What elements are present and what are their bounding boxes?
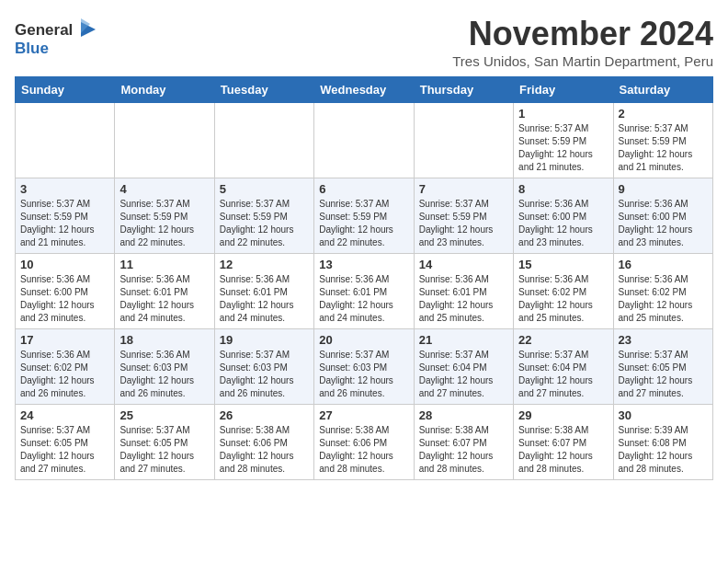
calendar-cell — [115, 103, 214, 178]
calendar-cell: 12Sunrise: 5:36 AM Sunset: 6:01 PM Dayli… — [214, 254, 313, 329]
calendar-cell — [214, 103, 313, 178]
day-info: Sunrise: 5:36 AM Sunset: 6:02 PM Dayligh… — [20, 349, 109, 400]
calendar-cell — [314, 103, 414, 178]
day-number: 28 — [419, 408, 508, 422]
weekday-friday: Friday — [514, 77, 613, 103]
day-number: 20 — [319, 333, 408, 347]
day-number: 1 — [518, 107, 608, 121]
calendar-cell: 14Sunrise: 5:36 AM Sunset: 6:01 PM Dayli… — [414, 254, 513, 329]
day-info: Sunrise: 5:37 AM Sunset: 6:05 PM Dayligh… — [119, 424, 209, 476]
day-number: 30 — [619, 408, 708, 422]
day-info: Sunrise: 5:38 AM Sunset: 6:07 PM Dayligh… — [419, 424, 508, 476]
calendar-cell: 17Sunrise: 5:36 AM Sunset: 6:02 PM Dayli… — [16, 329, 115, 405]
calendar-cell: 1Sunrise: 5:37 AM Sunset: 5:59 PM Daylig… — [514, 103, 613, 178]
day-info: Sunrise: 5:37 AM Sunset: 6:03 PM Dayligh… — [220, 349, 309, 400]
day-number: 14 — [419, 258, 508, 271]
calendar-cell: 28Sunrise: 5:38 AM Sunset: 6:07 PM Dayli… — [414, 405, 513, 480]
logo: General Blue — [15, 15, 97, 59]
location-title: Tres Unidos, San Martin Department, Peru — [452, 53, 713, 69]
day-number: 6 — [319, 182, 408, 196]
day-number: 4 — [119, 182, 209, 196]
week-row-3: 10Sunrise: 5:36 AM Sunset: 6:00 PM Dayli… — [16, 254, 713, 329]
calendar-cell: 11Sunrise: 5:36 AM Sunset: 6:01 PM Dayli… — [115, 254, 214, 329]
day-info: Sunrise: 5:37 AM Sunset: 5:59 PM Dayligh… — [419, 198, 508, 249]
calendar-cell — [414, 103, 513, 178]
day-info: Sunrise: 5:36 AM Sunset: 6:00 PM Dayligh… — [20, 273, 109, 325]
day-info: Sunrise: 5:39 AM Sunset: 6:08 PM Dayligh… — [619, 424, 708, 476]
day-info: Sunrise: 5:36 AM Sunset: 6:00 PM Dayligh… — [518, 198, 608, 249]
calendar-cell: 27Sunrise: 5:38 AM Sunset: 6:06 PM Dayli… — [314, 405, 414, 480]
calendar-cell: 22Sunrise: 5:37 AM Sunset: 6:04 PM Dayli… — [514, 329, 613, 405]
day-info: Sunrise: 5:38 AM Sunset: 6:06 PM Dayligh… — [319, 424, 408, 476]
calendar-cell: 10Sunrise: 5:36 AM Sunset: 6:00 PM Dayli… — [16, 254, 115, 329]
day-info: Sunrise: 5:36 AM Sunset: 6:01 PM Dayligh… — [119, 273, 209, 325]
day-info: Sunrise: 5:37 AM Sunset: 5:59 PM Dayligh… — [619, 122, 708, 174]
day-number: 22 — [518, 333, 608, 347]
calendar-cell: 3Sunrise: 5:37 AM Sunset: 5:59 PM Daylig… — [16, 178, 115, 254]
day-number: 18 — [119, 333, 209, 347]
day-number: 13 — [319, 258, 408, 271]
day-number: 26 — [220, 408, 309, 422]
weekday-tuesday: Tuesday — [214, 77, 313, 103]
calendar-cell: 29Sunrise: 5:38 AM Sunset: 6:07 PM Dayli… — [514, 405, 613, 480]
day-info: Sunrise: 5:38 AM Sunset: 6:07 PM Dayligh… — [518, 424, 608, 476]
day-number: 21 — [419, 333, 508, 347]
day-info: Sunrise: 5:37 AM Sunset: 6:03 PM Dayligh… — [319, 349, 408, 400]
day-number: 3 — [20, 182, 109, 196]
day-info: Sunrise: 5:36 AM Sunset: 6:01 PM Dayligh… — [319, 273, 408, 325]
day-number: 27 — [319, 408, 408, 422]
calendar-cell — [16, 103, 115, 178]
calendar-cell: 7Sunrise: 5:37 AM Sunset: 5:59 PM Daylig… — [414, 178, 513, 254]
day-number: 8 — [518, 182, 608, 196]
calendar-cell: 9Sunrise: 5:36 AM Sunset: 6:00 PM Daylig… — [613, 178, 712, 254]
month-title: November 2024 — [452, 15, 713, 53]
day-number: 17 — [20, 333, 109, 347]
svg-text:General: General — [15, 21, 73, 39]
day-info: Sunrise: 5:37 AM Sunset: 6:04 PM Dayligh… — [419, 349, 508, 400]
page-header: General Blue November 2024 Tres Unidos, … — [15, 15, 713, 69]
calendar-cell: 21Sunrise: 5:37 AM Sunset: 6:04 PM Dayli… — [414, 329, 513, 405]
day-number: 5 — [220, 182, 309, 196]
day-info: Sunrise: 5:36 AM Sunset: 6:01 PM Dayligh… — [220, 273, 309, 325]
calendar-cell: 30Sunrise: 5:39 AM Sunset: 6:08 PM Dayli… — [613, 405, 712, 480]
calendar-cell: 20Sunrise: 5:37 AM Sunset: 6:03 PM Dayli… — [314, 329, 414, 405]
day-number: 15 — [518, 258, 608, 271]
weekday-sunday: Sunday — [16, 77, 115, 103]
day-info: Sunrise: 5:37 AM Sunset: 5:59 PM Dayligh… — [220, 198, 309, 249]
day-number: 11 — [119, 258, 209, 271]
day-info: Sunrise: 5:36 AM Sunset: 6:02 PM Dayligh… — [619, 273, 708, 325]
week-row-4: 17Sunrise: 5:36 AM Sunset: 6:02 PM Dayli… — [16, 329, 713, 405]
calendar-cell: 2Sunrise: 5:37 AM Sunset: 5:59 PM Daylig… — [613, 103, 712, 178]
day-info: Sunrise: 5:37 AM Sunset: 6:05 PM Dayligh… — [619, 349, 708, 400]
calendar-cell: 13Sunrise: 5:36 AM Sunset: 6:01 PM Dayli… — [314, 254, 414, 329]
day-info: Sunrise: 5:36 AM Sunset: 6:03 PM Dayligh… — [119, 349, 209, 400]
day-number: 24 — [20, 408, 109, 422]
day-info: Sunrise: 5:37 AM Sunset: 5:59 PM Dayligh… — [20, 198, 109, 249]
day-info: Sunrise: 5:37 AM Sunset: 5:59 PM Dayligh… — [319, 198, 408, 249]
day-number: 10 — [20, 258, 109, 271]
day-number: 23 — [619, 333, 708, 347]
weekday-monday: Monday — [115, 77, 214, 103]
day-number: 2 — [619, 107, 708, 121]
calendar-cell: 24Sunrise: 5:37 AM Sunset: 6:05 PM Dayli… — [16, 405, 115, 480]
week-row-1: 1Sunrise: 5:37 AM Sunset: 5:59 PM Daylig… — [16, 103, 713, 178]
calendar-cell: 15Sunrise: 5:36 AM Sunset: 6:02 PM Dayli… — [514, 254, 613, 329]
day-number: 19 — [220, 333, 309, 347]
day-number: 12 — [220, 258, 309, 271]
calendar-cell: 16Sunrise: 5:36 AM Sunset: 6:02 PM Dayli… — [613, 254, 712, 329]
day-number: 29 — [518, 408, 608, 422]
weekday-saturday: Saturday — [613, 77, 712, 103]
day-info: Sunrise: 5:36 AM Sunset: 6:00 PM Dayligh… — [619, 198, 708, 249]
day-info: Sunrise: 5:38 AM Sunset: 6:06 PM Dayligh… — [220, 424, 309, 476]
day-number: 16 — [619, 258, 708, 271]
calendar-table: SundayMondayTuesdayWednesdayThursdayFrid… — [15, 76, 713, 480]
calendar-cell: 6Sunrise: 5:37 AM Sunset: 5:59 PM Daylig… — [314, 178, 414, 254]
day-info: Sunrise: 5:37 AM Sunset: 5:59 PM Dayligh… — [119, 198, 209, 249]
day-info: Sunrise: 5:37 AM Sunset: 6:05 PM Dayligh… — [20, 424, 109, 476]
calendar-cell: 26Sunrise: 5:38 AM Sunset: 6:06 PM Dayli… — [214, 405, 313, 480]
calendar-cell: 19Sunrise: 5:37 AM Sunset: 6:03 PM Dayli… — [214, 329, 313, 405]
day-number: 7 — [419, 182, 508, 196]
day-info: Sunrise: 5:36 AM Sunset: 6:02 PM Dayligh… — [518, 273, 608, 325]
calendar-cell: 8Sunrise: 5:36 AM Sunset: 6:00 PM Daylig… — [514, 178, 613, 254]
weekday-header-row: SundayMondayTuesdayWednesdayThursdayFrid… — [16, 77, 713, 103]
